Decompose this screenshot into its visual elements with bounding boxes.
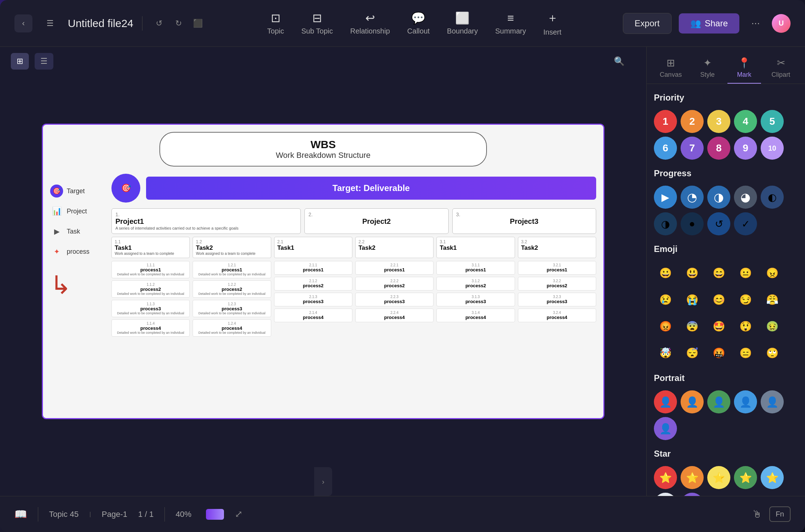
star-orange[interactable]: ⭐ (681, 466, 704, 489)
project-3-box: 3. Project3 (452, 208, 596, 234)
portrait-5[interactable]: 👤 (761, 390, 784, 413)
fullscreen-button[interactable]: ⤢ (235, 509, 243, 520)
priority-5-icon[interactable]: 5 (761, 110, 784, 133)
progress-75-icon[interactable]: ◕ (734, 186, 757, 209)
save-button[interactable]: ⬛ (190, 15, 206, 31)
emoji-19[interactable]: 😑 (734, 341, 757, 364)
mark-tab-icon: 📍 (738, 57, 751, 69)
export-button[interactable]: Export (623, 13, 672, 34)
emoji-11[interactable]: 😡 (654, 315, 677, 338)
portrait-3[interactable]: 👤 (707, 390, 730, 413)
star-yellow[interactable]: ⭐ (707, 466, 730, 489)
wbs-body: 🎯 Target 📊 Project ▶ Task ✦ (50, 174, 596, 413)
portrait-4[interactable]: 👤 (734, 390, 757, 413)
process-2-1-1: 2.1.1 process1 (274, 261, 352, 275)
emoji-16[interactable]: 🤯 (654, 341, 677, 364)
subtopic-label: Sub Topic (302, 27, 333, 35)
project-1-num: 1. (115, 212, 297, 217)
process-3-1-3: 3.1.3 process3 (436, 293, 515, 306)
portrait-1[interactable]: 👤 (654, 390, 677, 413)
priority-3-icon[interactable]: 3 (707, 110, 730, 133)
toolbar-center: ⊡ Topic ⊟ Sub Topic ↩ Relationship 💬 Cal… (213, 10, 616, 36)
emoji-icons-grid: 😀 😃 😄 😐 😠 😢 😭 😊 😏 😤 😡 😨 🤩 😲 🤢 🤯 😴 🤬 😑 (654, 261, 798, 364)
task-3-2-num: 3.2 (521, 239, 593, 244)
arrow-indicator: ↳ (50, 272, 108, 298)
portrait-2[interactable]: 👤 (681, 390, 704, 413)
redo-button[interactable]: ↻ (171, 15, 186, 31)
panel-collapse-button[interactable]: › (314, 467, 332, 496)
priority-6-icon[interactable]: 6 (654, 137, 677, 160)
list-view-button[interactable]: ☰ (35, 53, 53, 70)
task-2-2-name: Task2 (358, 244, 430, 252)
toolbar-subtopic[interactable]: ⊟ Sub Topic (302, 11, 333, 35)
share-button[interactable]: 👥 Share (679, 13, 739, 34)
progress-full-icon[interactable]: ● (681, 212, 704, 235)
priority-10-icon[interactable]: 10 (761, 137, 784, 160)
tab-canvas[interactable]: ⊞ Canvas (654, 53, 688, 84)
priority-1-icon[interactable]: 1 (654, 110, 677, 133)
priority-2-icon[interactable]: 2 (681, 110, 704, 133)
grid-button[interactable]: ⋯ (747, 14, 765, 32)
emoji-1[interactable]: 😀 (654, 261, 677, 284)
subtopic-icon: ⊟ (312, 11, 322, 25)
emoji-9[interactable]: 😏 (734, 288, 757, 311)
portrait-6[interactable]: 👤 (654, 417, 677, 440)
priority-4-icon[interactable]: 4 (734, 110, 757, 133)
emoji-4[interactable]: 😐 (734, 261, 757, 284)
progress-50-icon[interactable]: ◑ (707, 186, 730, 209)
process-2-2-2: 2.2.2 process2 (355, 277, 434, 291)
progress-play-icon[interactable]: ▶ (654, 186, 677, 209)
progress-arrow-icon[interactable]: ↺ (707, 212, 730, 235)
star-white[interactable]: ⭐ (654, 493, 677, 496)
tab-style[interactable]: ✦ Style (691, 53, 725, 84)
emoji-15[interactable]: 🤢 (761, 315, 784, 338)
progress-half-icon[interactable]: ◐ (761, 186, 784, 209)
toolbar-insert[interactable]: ＋ Insert (544, 10, 562, 36)
emoji-8[interactable]: 😊 (707, 288, 730, 311)
emoji-6[interactable]: 😢 (654, 288, 677, 311)
process-2-1-3: 2.1.3 process3 (274, 293, 352, 306)
star-red[interactable]: ⭐ (654, 466, 677, 489)
brand-logo (206, 509, 224, 520)
tab-clipart[interactable]: ✂ Clipart (764, 53, 798, 84)
emoji-13[interactable]: 🤩 (707, 315, 730, 338)
star-green[interactable]: ⭐ (734, 466, 757, 489)
tasks-row: 1.1 Task1 Work assigned to a team to com… (111, 237, 596, 258)
star-purple[interactable]: ⭐ (681, 493, 704, 496)
project-icon: 📊 (50, 205, 63, 218)
progress-check-icon[interactable]: ✓ (734, 212, 757, 235)
priority-9-icon[interactable]: 9 (734, 137, 757, 160)
tab-mark[interactable]: 📍 Mark (727, 53, 761, 84)
emoji-3[interactable]: 😄 (707, 261, 730, 284)
back-button[interactable]: ‹ (14, 14, 32, 32)
list-view-icon: ☰ (40, 57, 48, 66)
book-icon[interactable]: 📖 (14, 508, 27, 520)
emoji-12[interactable]: 😨 (681, 315, 704, 338)
emoji-14[interactable]: 😲 (734, 315, 757, 338)
user-avatar[interactable]: U (772, 14, 791, 33)
search-button[interactable]: 🔍 (610, 52, 628, 70)
grid-view-button[interactable]: ⊞ (11, 53, 29, 70)
star-lightblue[interactable]: ⭐ (761, 466, 784, 489)
toolbar-relationship[interactable]: ↩ Relationship (350, 11, 390, 35)
emoji-5[interactable]: 😠 (761, 261, 784, 284)
emoji-20[interactable]: 🙄 (761, 341, 784, 364)
menu-button[interactable]: ☰ (41, 14, 59, 32)
emoji-10[interactable]: 😤 (761, 288, 784, 311)
toolbar-summary[interactable]: ≡ Summary (495, 12, 526, 35)
emoji-18[interactable]: 🤬 (707, 341, 730, 364)
progress-almost-icon[interactable]: ◑ (654, 212, 677, 235)
process-3-2-4: 3.2.4 process4 (518, 309, 596, 322)
toolbar-callout[interactable]: 💬 Callout (407, 11, 430, 35)
priority-7-icon[interactable]: 7 (681, 137, 704, 160)
emoji-2[interactable]: 😃 (681, 261, 704, 284)
undo-button[interactable]: ↺ (151, 15, 167, 31)
emoji-7[interactable]: 😭 (681, 288, 704, 311)
task-2-1-num: 2.1 (277, 239, 349, 244)
progress-25-icon[interactable]: ◔ (681, 186, 704, 209)
insert-icon: ＋ (547, 10, 558, 26)
priority-8-icon[interactable]: 8 (707, 137, 730, 160)
toolbar-boundary[interactable]: ⬜ Boundary (447, 11, 478, 35)
toolbar-topic[interactable]: ⊡ Topic (267, 11, 284, 35)
emoji-17[interactable]: 😴 (681, 341, 704, 364)
